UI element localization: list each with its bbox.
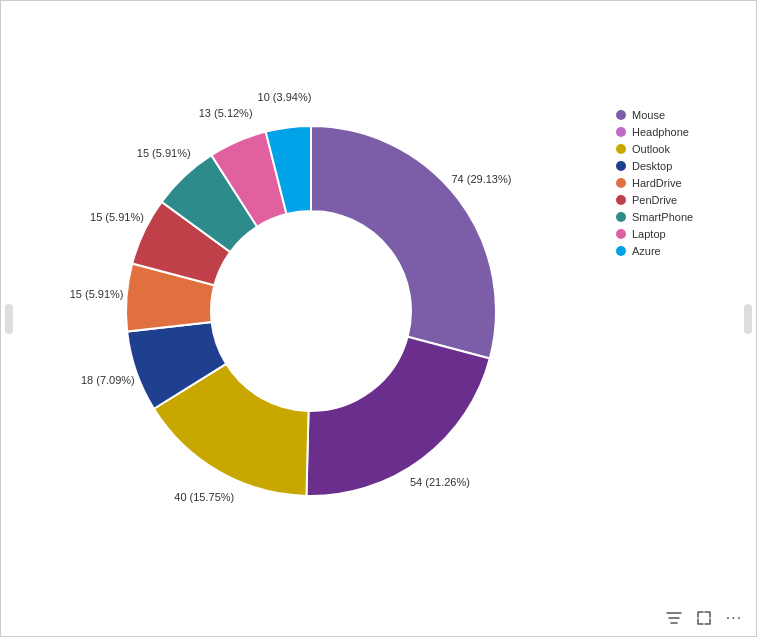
data-label: 15 (5.91%) — [90, 211, 144, 223]
legend-label: Azure — [632, 245, 661, 257]
donut-segment[interactable] — [306, 337, 489, 496]
legend-color-dot — [616, 161, 626, 171]
legend-label: PenDrive — [632, 194, 677, 206]
legend-item: Outlook — [616, 143, 746, 155]
data-label: 40 (15.75%) — [174, 491, 234, 503]
legend-item: PenDrive — [616, 194, 746, 206]
legend-color-dot — [616, 212, 626, 222]
legend-label: SmartPhone — [632, 211, 693, 223]
legend-color-dot — [616, 110, 626, 120]
filter-icon[interactable] — [664, 608, 684, 628]
legend-label: Headphone — [632, 126, 689, 138]
legend-color-dot — [616, 246, 626, 256]
legend-item: Mouse — [616, 109, 746, 121]
donut-chart-svg: 74 (29.13%)54 (21.26%)40 (15.75%)18 (7.0… — [61, 61, 561, 561]
donut-segment[interactable] — [311, 126, 496, 359]
resize-handle-left[interactable] — [5, 304, 13, 334]
data-label: 10 (3.94%) — [258, 91, 312, 103]
legend-label: HardDrive — [632, 177, 682, 189]
data-label: 15 (5.91%) — [137, 147, 191, 159]
data-label: 15 (5.91%) — [70, 288, 124, 300]
expand-icon[interactable] — [694, 608, 714, 628]
legend-item: Desktop — [616, 160, 746, 172]
legend-label: Desktop — [632, 160, 672, 172]
legend-color-dot — [616, 229, 626, 239]
legend-label: Outlook — [632, 143, 670, 155]
legend-item: Laptop — [616, 228, 746, 240]
legend-label: Mouse — [632, 109, 665, 121]
legend-color-dot — [616, 178, 626, 188]
legend-color-dot — [616, 144, 626, 154]
legend-item: SmartPhone — [616, 211, 746, 223]
legend-item: HardDrive — [616, 177, 746, 189]
resize-handle-right[interactable] — [744, 304, 752, 334]
legend-color-dot — [616, 195, 626, 205]
donut-area: 74 (29.13%)54 (21.26%)40 (15.75%)18 (7.0… — [21, 41, 601, 581]
data-label: 54 (21.26%) — [410, 476, 470, 488]
legend-item: Azure — [616, 245, 746, 257]
toolbar: ··· — [664, 608, 744, 628]
legend-item: Headphone — [616, 126, 746, 138]
data-label: 18 (7.09%) — [81, 374, 135, 386]
more-options-icon[interactable]: ··· — [724, 608, 744, 628]
data-label: 74 (29.13%) — [451, 173, 511, 185]
legend-label: Laptop — [632, 228, 666, 240]
chart-container: 74 (29.13%)54 (21.26%)40 (15.75%)18 (7.0… — [0, 0, 757, 637]
legend-color-dot — [616, 127, 626, 137]
data-label: 13 (5.12%) — [199, 107, 253, 119]
legend: Mouse Headphone Outlook Desktop HardDriv… — [616, 101, 746, 262]
